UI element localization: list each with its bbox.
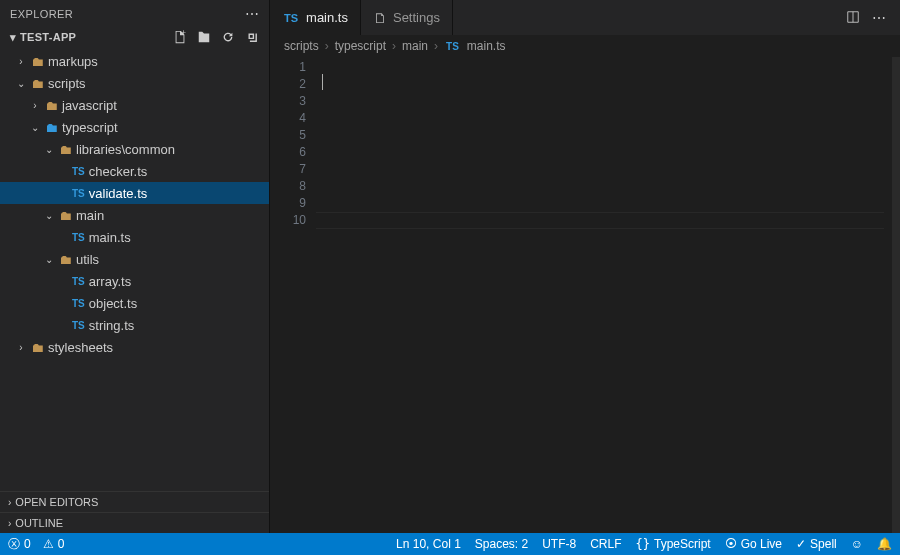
code-editor[interactable]: 12345678910 [270,57,900,533]
more-actions-icon[interactable]: ⋯ [872,10,886,26]
tree-folder-libraries-common[interactable]: ⌄ 🖿 libraries\common [0,138,269,160]
status-encoding[interactable]: UTF-8 [542,537,576,551]
status-bell-icon[interactable]: 🔔 [877,537,892,551]
ts-icon: TS [70,166,87,177]
explorer-more-icon[interactable]: ⋯ [245,6,259,22]
new-folder-icon[interactable] [197,30,211,44]
ts-icon: TS [70,298,87,309]
tree-file-main-ts[interactable]: TS main.ts [0,226,269,248]
line-number-gutter: 12345678910 [270,57,316,533]
outline-section[interactable]: › OUTLINE [0,512,269,533]
chevron-down-icon: ⌄ [42,210,56,221]
status-spell[interactable]: ✓ Spell [796,537,837,551]
chevron-down-icon: ⌄ [42,254,56,265]
ts-icon: TS [70,188,87,199]
ts-icon: TS [70,276,87,287]
folder-ts-icon: 🖿 [42,120,60,135]
folder-icon: 🖿 [56,142,74,157]
explorer-toolbar [173,30,259,44]
tab-main-ts[interactable]: TS main.ts [270,0,361,35]
folder-icon: 🖿 [56,208,74,223]
status-line-col[interactable]: Ln 10, Col 1 [396,537,461,551]
breadcrumb-item[interactable]: typescript [335,39,386,53]
tab-label: main.ts [306,10,348,25]
tree-folder-scripts[interactable]: ⌄ 🖿 scripts [0,72,269,94]
warning-icon: ⚠ [43,537,54,551]
broadcast-icon: ⦿ [725,537,737,551]
chevron-down-icon: ⌄ [28,122,42,133]
tree-folder-main[interactable]: ⌄ 🖿 main [0,204,269,226]
braces-icon: {} [636,537,650,551]
tree-file-object[interactable]: TS object.ts [0,292,269,314]
explorer-sidebar: EXPLORER ⋯ ▾ TEST-APP [0,0,270,533]
chevron-right-icon: › [8,518,11,529]
minimap[interactable] [892,57,900,533]
tab-settings[interactable]: 🗋 Settings [361,0,453,35]
tree-label: object.ts [87,296,137,311]
tree-file-checker[interactable]: TS checker.ts [0,160,269,182]
ts-icon: TS [444,41,461,52]
folder-icon: 🖿 [56,252,74,267]
editor-area: TS main.ts 🗋 Settings ⋯ scripts › typesc… [270,0,900,533]
status-bar: ⓧ 0 ⚠ 0 Ln 10, Col 1 Spaces: 2 UTF-8 CRL… [0,533,900,555]
folder-icon: 🖿 [28,76,46,91]
tree-label: markups [46,54,98,69]
breadcrumb[interactable]: scripts › typescript › main › TS main.ts [270,35,900,57]
tree-label: utils [74,252,99,267]
ts-icon: TS [70,232,87,243]
status-feedback-icon[interactable]: ☺ [851,537,863,551]
new-file-icon[interactable] [173,30,187,44]
folder-icon: 🖿 [28,340,46,355]
project-header[interactable]: ▾ TEST-APP [0,28,269,48]
tree-file-string[interactable]: TS string.ts [0,314,269,336]
status-eol[interactable]: CRLF [590,537,621,551]
status-warnings[interactable]: ⚠ 0 [43,536,65,553]
tree-label: array.ts [87,274,131,289]
breadcrumb-item[interactable]: main.ts [467,39,506,53]
file-icon: 🗋 [373,10,387,26]
chevron-right-icon: › [14,342,28,353]
chevron-right-icon: › [392,39,396,53]
tree-label: typescript [60,120,118,135]
tree-label: checker.ts [87,164,148,179]
tree-folder-utils[interactable]: ⌄ 🖿 utils [0,248,269,270]
explorer-header: EXPLORER ⋯ [0,0,269,28]
section-label: OUTLINE [15,517,63,529]
editor-tabbar: TS main.ts 🗋 Settings ⋯ [270,0,900,35]
status-go-live[interactable]: ⦿ Go Live [725,537,782,551]
chevron-down-icon: ▾ [6,31,20,44]
refresh-icon[interactable] [221,30,235,44]
collapse-all-icon[interactable] [245,30,259,44]
tree-label: libraries\common [74,142,175,157]
ts-icon: TS [70,320,87,331]
status-errors[interactable]: ⓧ 0 [8,536,31,553]
code-text-area[interactable] [316,57,892,533]
tab-label: Settings [393,10,440,25]
file-tree: › 🖿 markups ⌄ 🖿 scripts › 🖿 javascript ⌄… [0,48,269,491]
tree-label: stylesheets [46,340,113,355]
chevron-right-icon: › [434,39,438,53]
project-name: TEST-APP [20,31,173,43]
tree-folder-javascript[interactable]: › 🖿 javascript [0,94,269,116]
tree-folder-markups[interactable]: › 🖿 markups [0,50,269,72]
tree-file-validate[interactable]: TS validate.ts [0,182,269,204]
chevron-down-icon: ⌄ [14,78,28,89]
tree-label: main.ts [87,230,131,245]
tree-folder-typescript[interactable]: ⌄ 🖿 typescript [0,116,269,138]
explorer-title: EXPLORER [10,8,245,20]
breadcrumb-item[interactable]: scripts [284,39,319,53]
folder-icon: 🖿 [42,98,60,113]
breadcrumb-item[interactable]: main [402,39,428,53]
status-spaces[interactable]: Spaces: 2 [475,537,528,551]
chevron-right-icon: › [28,100,42,111]
open-editors-section[interactable]: › OPEN EDITORS [0,491,269,512]
chevron-right-icon: › [14,56,28,67]
check-icon: ✓ [796,537,806,551]
chevron-right-icon: › [8,497,11,508]
tree-label: javascript [60,98,117,113]
split-editor-icon[interactable] [846,10,860,26]
active-line-highlight [316,212,884,229]
tree-folder-stylesheets[interactable]: › 🖿 stylesheets [0,336,269,358]
status-language[interactable]: {} TypeScript [636,537,711,551]
tree-file-array[interactable]: TS array.ts [0,270,269,292]
